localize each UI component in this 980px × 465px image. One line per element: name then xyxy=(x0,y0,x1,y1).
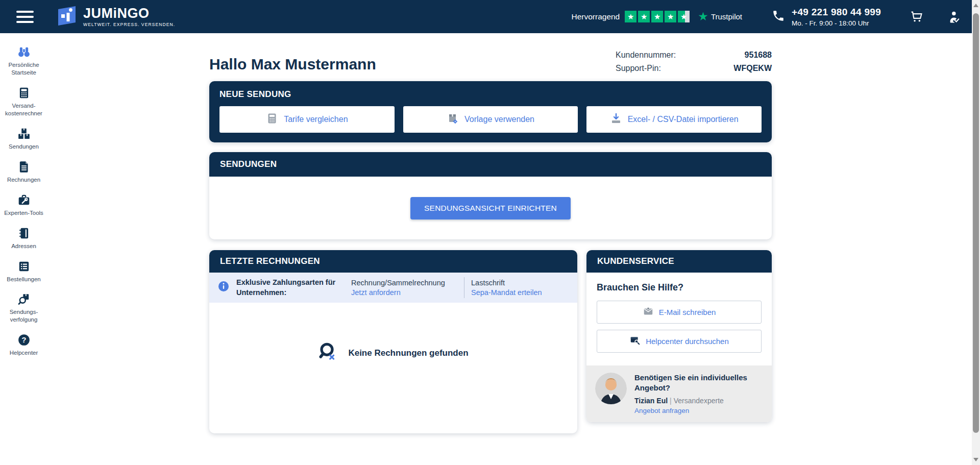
cart-icon[interactable] xyxy=(910,10,924,24)
angebot-anfragen-link[interactable]: Angebot anfragen xyxy=(634,407,763,414)
sidebar-item-helpcenter[interactable]: ? Helpcenter xyxy=(1,333,47,357)
helpcenter-durchsuchen-button[interactable]: Helpcenter durchsuchen xyxy=(597,330,762,353)
support-pin-label: Support-Pin: xyxy=(616,64,661,73)
invoice-icon xyxy=(17,160,31,174)
address-book-icon xyxy=(17,227,31,240)
tracking-icon xyxy=(17,292,31,306)
svg-text:?: ? xyxy=(21,336,26,345)
sidebar-item-versandkostenrechner[interactable]: Versand-kostenrechner xyxy=(1,86,47,117)
star-icon: ★ xyxy=(625,11,636,22)
email-icon xyxy=(643,306,654,319)
page-scrollbar[interactable] xyxy=(972,0,980,465)
star-icon: ★ xyxy=(665,11,676,22)
file-import-icon xyxy=(610,112,622,127)
toolbox-icon xyxy=(17,193,31,207)
calculator-icon xyxy=(17,86,31,100)
payment-info-label: Exklusive Zahlungsarten für Unternehmen: xyxy=(236,277,345,298)
phone-icon xyxy=(772,9,785,25)
customer-number-label: Kundennummer: xyxy=(616,51,676,60)
scrollbar-thumb[interactable] xyxy=(973,13,979,433)
help-icon: ? xyxy=(17,333,31,347)
trustpilot-brand: Trustpilot xyxy=(711,12,742,21)
top-navbar: JUMiNGO WELTWEIT. EXPRESS. VERSENDEN. He… xyxy=(0,0,972,33)
order-list-icon xyxy=(17,260,31,273)
account-user-icon[interactable] xyxy=(947,10,962,24)
sendungen-panel: SENDUNGEN SENDUNGSANSICHT EINRICHTEN xyxy=(209,152,772,239)
menu-icon[interactable] xyxy=(16,8,34,26)
page-title: Hallo Max Mustermann xyxy=(209,56,376,73)
tarife-vergleichen-button[interactable]: Tarife vergleichen xyxy=(219,106,395,133)
empty-invoices-text: Keine Rechnungen gefunden xyxy=(348,348,468,358)
kundenservice-panel: KUNDENSERVICE Brauchen Sie Hilfe? E-Mail… xyxy=(586,250,772,422)
expert-avatar xyxy=(595,373,627,404)
email-schreiben-button[interactable]: E-Mail schreiben xyxy=(597,301,762,324)
letzte-rechnungen-panel: LETZTE RECHNUNGEN Exklusive Zahlungsarte… xyxy=(209,250,577,433)
sidebar-item-bestellungen[interactable]: Bestellungen xyxy=(1,260,47,283)
sidebar-item-sendungsverfolgung[interactable]: Sendungs-verfolgung xyxy=(1,292,47,324)
expert-contact-section: Benötigen Sie ein individuelles Angebot?… xyxy=(586,365,772,422)
divider xyxy=(464,277,464,298)
search-not-found-icon xyxy=(318,341,339,365)
excel-csv-import-button[interactable]: Excel- / CSV-Datei importieren xyxy=(586,106,762,133)
trustpilot-stars: ★ ★ ★ ★ ★ xyxy=(625,11,690,22)
sidebar-item-persoenliche-startseite[interactable]: Persönliche Startseite xyxy=(1,44,47,77)
kundenservice-title: KUNDENSERVICE xyxy=(586,250,772,273)
help-heading: Brauchen Sie Hilfe? xyxy=(597,282,762,293)
template-box-icon xyxy=(447,112,459,127)
support-pin-value: WFQEKW xyxy=(733,64,772,73)
customer-number-value: 951688 xyxy=(745,51,772,60)
main-content: Hallo Max Mustermann Kundennummer: 95168… xyxy=(209,33,772,433)
browser-search-icon xyxy=(629,335,641,348)
lastschrift-option-title: Lastschrift xyxy=(471,279,542,287)
scroll-up-arrow-icon[interactable] xyxy=(973,4,978,7)
letzte-rechnungen-title: LETZTE RECHNUNGEN xyxy=(209,250,577,273)
expert-name: Tizian Eul xyxy=(634,397,668,405)
packages-icon xyxy=(17,127,31,140)
neue-sendung-panel: NEUE SENDUNG Tarife vergleichen xyxy=(209,81,772,142)
invoice-option-title: Rechnung/Sammelrechnung xyxy=(351,279,457,287)
neue-sendung-title: NEUE SENDUNG xyxy=(219,89,762,100)
expert-role: Versandexperte xyxy=(674,397,724,405)
sepa-mandat-link[interactable]: Sepa-Mandat erteilen xyxy=(471,288,542,297)
phone-hours: Mo. - Fr. 9:00 - 18:00 Uhr xyxy=(792,19,881,27)
star-icon: ★ xyxy=(638,11,650,22)
trustpilot-star-icon: ★ xyxy=(698,11,708,22)
sidebar: Persönliche Startseite Versand-kostenrec… xyxy=(0,33,47,357)
sidebar-item-rechnungen[interactable]: Rechnungen xyxy=(1,160,47,184)
trustpilot-widget[interactable]: Hervorragend ★ ★ ★ ★ ★ ★ Trustpilot xyxy=(571,11,742,22)
jetzt-anfordern-link[interactable]: Jetzt anfordern xyxy=(351,288,457,297)
invoices-empty-state: Keine Rechnungen gefunden xyxy=(209,303,577,433)
expert-question: Benötigen Sie ein individuelles Angebot? xyxy=(634,373,763,393)
sidebar-item-experten-tools[interactable]: Experten-Tools xyxy=(1,193,47,217)
scroll-down-arrow-icon[interactable] xyxy=(973,458,978,461)
logo[interactable]: JUMiNGO WELTWEIT. EXPRESS. VERSENDEN. xyxy=(56,5,175,29)
logo-tagline: WELTWEIT. EXPRESS. VERSENDEN. xyxy=(83,22,175,27)
logo-mark-icon xyxy=(56,5,78,29)
vorlage-verwenden-button[interactable]: Vorlage verwenden xyxy=(403,106,578,133)
sidebar-item-sendungen[interactable]: Sendungen xyxy=(1,127,47,151)
sendungsansicht-einrichten-button[interactable]: SENDUNGSANSICHT EINRICHTEN xyxy=(410,197,571,219)
sidebar-item-adressen[interactable]: Adressen xyxy=(1,227,47,250)
calculator-icon xyxy=(266,112,278,127)
info-icon xyxy=(217,280,230,295)
phone-number: +49 221 980 44 999 xyxy=(792,7,881,18)
logo-name: JUMiNGO xyxy=(83,7,175,20)
binoculars-icon xyxy=(17,44,31,59)
payment-info-banner: Exklusive Zahlungsarten für Unternehmen:… xyxy=(209,273,577,303)
sendungen-title: SENDUNGEN xyxy=(209,152,772,177)
phone-contact[interactable]: +49 221 980 44 999 Mo. - Fr. 9:00 - 18:0… xyxy=(772,7,881,27)
trustpilot-rating-label: Hervorragend xyxy=(571,12,620,21)
trust-star-partial: ★ xyxy=(678,11,690,22)
customer-info: Kundennummer: 951688 Support-Pin: WFQEKW xyxy=(616,51,772,73)
star-icon: ★ xyxy=(651,11,663,22)
